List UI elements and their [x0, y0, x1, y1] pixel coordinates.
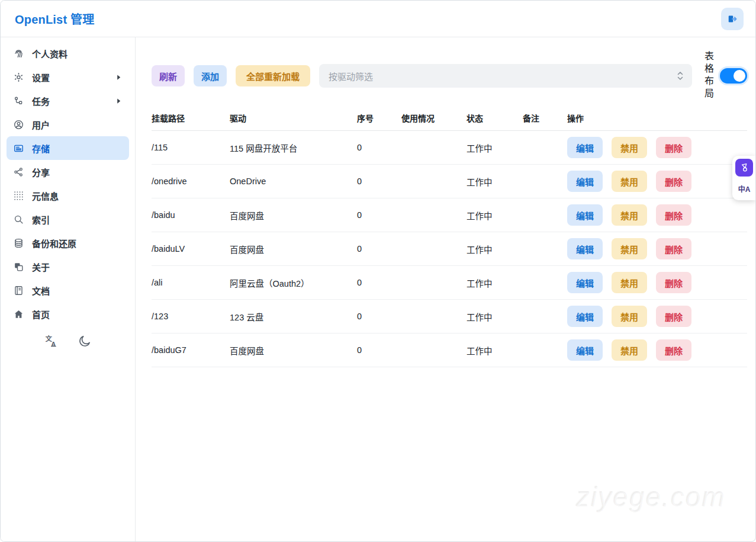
column-header: 使用情况 [397, 104, 462, 131]
delete-button[interactable]: 删除 [656, 272, 691, 293]
watermark-text: ziyege.com [576, 481, 726, 513]
add-button[interactable]: 添加 [194, 65, 227, 86]
table-header-row: 挂载路径驱动序号使用情况状态备注操作 [152, 104, 747, 131]
sidebar-item-shares[interactable]: 分享 [7, 160, 129, 184]
sidebar-item-label: 分享 [32, 166, 50, 178]
exit-panel-icon [726, 13, 738, 25]
translate-extension-icon [739, 162, 749, 173]
table-layout-label: 表格布局 [702, 51, 714, 101]
edit-button[interactable]: 编辑 [567, 171, 603, 192]
delete-button[interactable]: 删除 [656, 238, 691, 259]
delete-button[interactable]: 删除 [656, 137, 691, 158]
sidebar-item-tasks[interactable]: 任务 [7, 89, 129, 113]
cell-driver: 百度网盘 [225, 198, 352, 232]
sidebar-item-about[interactable]: 关于 [7, 255, 129, 278]
column-header: 驱动 [225, 104, 352, 131]
sidebar-nav: 个人资料 设置 任务 用户 存储 分享 元信息 索引 备份和还原 [1, 37, 136, 541]
cell-mount-path: /baidu [152, 198, 225, 232]
app-window: OpenList 管理 个人资料 设置 任务 [0, 0, 756, 542]
cell-driver: 115 网盘开放平台 [225, 131, 352, 165]
workflow-icon [12, 95, 24, 107]
cell-order: 0 [352, 165, 397, 198]
cell-remark [518, 165, 562, 198]
copy-about-icon [12, 261, 24, 272]
column-header: 操作 [562, 104, 747, 131]
sidebar-item-storages[interactable]: 存储 [7, 136, 129, 160]
column-header: 状态 [462, 104, 518, 131]
cell-order: 0 [352, 232, 397, 266]
cell-usage [397, 198, 462, 232]
sidebar-item-label: 首页 [32, 308, 50, 320]
cell-status: 工作中 [462, 333, 518, 367]
cell-driver: 百度网盘 [225, 333, 352, 367]
edit-button[interactable]: 编辑 [567, 339, 603, 361]
cell-usage [397, 131, 462, 165]
driver-filter-select[interactable]: 按驱动筛选 [319, 64, 692, 88]
disable-button[interactable]: 禁用 [612, 204, 647, 226]
sidebar-item-indexes[interactable]: 索引 [7, 207, 129, 231]
disable-button[interactable]: 禁用 [612, 137, 647, 158]
cell-status: 工作中 [462, 232, 518, 266]
page-title: OpenList 管理 [15, 10, 94, 27]
sidebar-item-metas[interactable]: 元信息 [7, 184, 129, 207]
sidebar-item-label: 备份和还原 [32, 237, 76, 249]
cell-status: 工作中 [462, 131, 518, 165]
cell-driver: 123 云盘 [225, 300, 352, 333]
edit-button[interactable]: 编辑 [567, 204, 603, 226]
cell-actions: 编辑 禁用 删除 [562, 333, 747, 367]
sidebar-item-label: 个人资料 [32, 47, 67, 60]
sidebar-item-label: 设置 [32, 71, 50, 84]
cell-order: 0 [352, 333, 397, 367]
cell-status: 工作中 [462, 300, 518, 333]
refresh-button[interactable]: 刷新 [152, 65, 185, 86]
translate-language-button[interactable]: 中A [735, 179, 753, 197]
storages-table: 挂载路径驱动序号使用情况状态备注操作 /115 115 网盘开放平台 0 工作中… [152, 104, 747, 367]
cell-actions: 编辑 禁用 删除 [562, 131, 747, 165]
select-chevrons-icon [677, 70, 684, 81]
edit-button[interactable]: 编辑 [567, 272, 603, 293]
cell-driver: OneDrive [225, 165, 352, 198]
storage-table-row: /baidu 百度网盘 0 工作中 编辑 禁用 删除 [152, 198, 747, 232]
cell-actions: 编辑 禁用 删除 [562, 165, 747, 198]
edit-button[interactable]: 编辑 [567, 306, 603, 327]
cell-mount-path: /123 [152, 300, 225, 333]
storage-table-row: /ali 阿里云盘（Oauth2） 0 工作中 编辑 禁用 删除 [152, 266, 747, 300]
translate-extension-button[interactable] [735, 159, 753, 177]
cell-remark [518, 131, 562, 165]
sidebar-item-home[interactable]: 首页 [7, 302, 129, 326]
cell-actions: 编辑 禁用 删除 [562, 232, 747, 266]
cell-order: 0 [352, 131, 397, 165]
delete-button[interactable]: 删除 [656, 339, 691, 361]
sidebar-item-users[interactable]: 用户 [7, 113, 129, 136]
sidebar-footer: 文A [1, 333, 135, 349]
disable-button[interactable]: 禁用 [612, 272, 647, 293]
delete-button[interactable]: 删除 [656, 306, 691, 327]
edit-button[interactable]: 编辑 [567, 137, 603, 158]
sidebar-item-label: 文档 [32, 284, 50, 297]
disable-button[interactable]: 禁用 [612, 339, 647, 361]
sidebar-item-label: 索引 [32, 213, 50, 226]
table-layout-toggle[interactable] [720, 68, 747, 84]
sidebar-item-backup[interactable]: 备份和还原 [7, 231, 129, 255]
language-icon[interactable]: 文A [43, 333, 60, 349]
moon-icon[interactable] [76, 333, 93, 349]
delete-button[interactable]: 删除 [656, 204, 691, 226]
disable-button[interactable]: 禁用 [612, 306, 647, 327]
chevron-right-icon [115, 74, 122, 81]
cell-usage [397, 266, 462, 300]
exit-admin-button[interactable] [721, 8, 744, 30]
storage-table-row: /baiduG7 百度网盘 0 工作中 编辑 禁用 删除 [152, 333, 747, 367]
sidebar-item-settings[interactable]: 设置 [7, 65, 129, 89]
cell-mount-path: /ali [152, 266, 225, 300]
reload-all-button[interactable]: 全部重新加载 [236, 65, 310, 86]
edit-button[interactable]: 编辑 [567, 238, 603, 259]
cell-driver: 百度网盘 [225, 232, 352, 266]
sidebar-item-docs[interactable]: 文档 [7, 278, 129, 302]
disable-button[interactable]: 禁用 [612, 238, 647, 259]
sidebar-item-profile[interactable]: 个人资料 [7, 41, 129, 65]
database-icon [12, 237, 24, 249]
disable-button[interactable]: 禁用 [612, 171, 647, 192]
sidebar-item-label: 任务 [32, 95, 50, 107]
toggle-knob [734, 70, 745, 82]
delete-button[interactable]: 删除 [656, 171, 691, 192]
